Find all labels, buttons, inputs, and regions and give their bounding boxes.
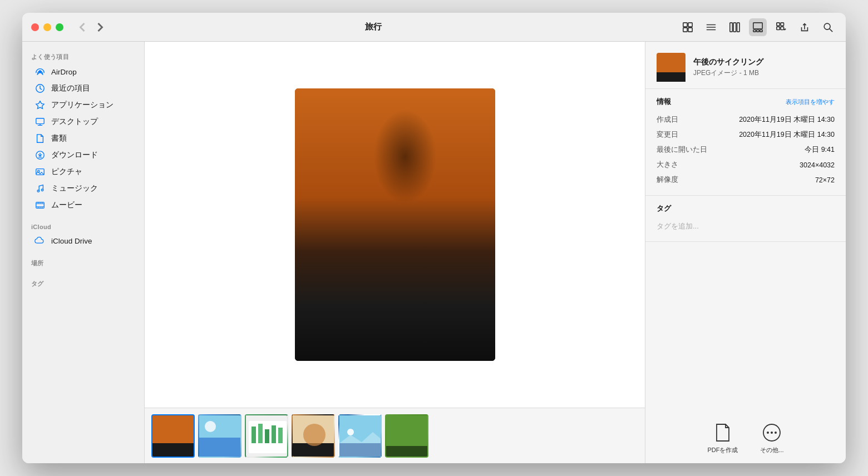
svg-point-60 — [384, 180, 423, 219]
sidebar-item-pictures-label: ピクチャ — [51, 167, 82, 177]
svg-rect-86 — [386, 446, 428, 458]
last-opened-row: 最後に開いた日 今日 9:41 — [657, 142, 835, 157]
sidebar-item-airdrop[interactable]: AirDrop — [26, 63, 141, 80]
more-actions-label: その他... — [760, 446, 783, 454]
svg-rect-2 — [683, 27, 687, 31]
create-pdf-label: PDFを作成 — [707, 446, 738, 454]
svg-point-61 — [428, 180, 467, 219]
close-button[interactable] — [31, 23, 39, 31]
minimize-button[interactable] — [43, 23, 51, 31]
window-title: 旅行 — [68, 22, 679, 32]
sidebar-item-downloads[interactable]: ダウンロード — [26, 147, 141, 163]
created-value: 2020年11月19日 木曜日 14:30 — [739, 115, 835, 125]
movie-icon — [34, 200, 46, 211]
svg-point-62 — [407, 138, 427, 161]
svg-point-65 — [348, 226, 376, 246]
svg-rect-14 — [777, 22, 780, 25]
svg-rect-88 — [657, 72, 685, 82]
svg-rect-1 — [688, 22, 692, 26]
traffic-lights — [31, 23, 63, 31]
svg-rect-68 — [152, 443, 195, 458]
icloud-icon — [34, 235, 46, 246]
more-actions-button[interactable]: その他... — [760, 423, 783, 454]
download-icon — [34, 150, 46, 161]
file-info: 午後のサイクリング JPEGイメージ - 1 MB — [693, 57, 835, 77]
sidebar-item-applications-label: アプリケーション — [51, 100, 114, 110]
main-preview-image — [295, 88, 495, 361]
sidebar-item-pictures[interactable]: ピクチャ — [26, 163, 141, 180]
create-pdf-button[interactable]: PDFを作成 — [707, 423, 738, 454]
music-icon — [34, 183, 46, 194]
thumbnail-1[interactable] — [151, 414, 195, 458]
desktop-icon — [34, 116, 46, 127]
sidebar-item-airdrop-label: AirDrop — [51, 68, 77, 76]
favorites-section-label: よく使う項目 — [22, 48, 144, 63]
svg-rect-10 — [753, 22, 762, 28]
inspector-header: 午後のサイクリング JPEGイメージ - 1 MB — [645, 42, 846, 89]
doc-icon — [34, 133, 46, 144]
thumbnail-4[interactable] — [292, 414, 335, 458]
inspector-panel: 午後のサイクリング JPEGイメージ - 1 MB 情報 表示項目を増やす 作成… — [645, 42, 846, 463]
list-view-button[interactable] — [702, 18, 720, 36]
sidebar-item-icloud-drive-label: iCloud Drive — [51, 237, 92, 245]
svg-rect-3 — [688, 27, 692, 31]
sidebar-item-desktop[interactable]: デスクトップ — [26, 113, 141, 130]
svg-point-91 — [771, 432, 773, 434]
sidebar-item-applications[interactable]: アプリケーション — [26, 97, 141, 113]
sidebar-item-documents[interactable]: 書類 — [26, 130, 141, 147]
created-row: 作成日 2020年11月19日 木曜日 14:30 — [657, 112, 835, 127]
svg-rect-9 — [737, 22, 740, 31]
gallery-view-button[interactable] — [749, 18, 767, 36]
maximize-button[interactable] — [56, 23, 63, 31]
svg-rect-23 — [36, 118, 44, 124]
columns-view-button[interactable] — [726, 18, 743, 36]
svg-rect-16 — [777, 27, 780, 29]
last-opened-label: 最後に開いた日 — [657, 145, 707, 155]
svg-rect-78 — [278, 428, 283, 443]
resolution-label: 解像度 — [657, 175, 678, 185]
tags-section-label: タグ — [22, 275, 144, 290]
tags-section-title: タグ — [657, 204, 671, 214]
sidebar-item-movies-label: ムービー — [51, 200, 82, 210]
tags-section: タグ タグを追加... — [645, 196, 846, 242]
thumbnail-6[interactable] — [385, 414, 428, 458]
file-name: 午後のサイクリング — [693, 57, 835, 67]
info-section: 情報 表示項目を増やす 作成日 2020年11月19日 木曜日 14:30 変更… — [645, 89, 846, 196]
more-icon — [762, 423, 782, 443]
svg-point-90 — [767, 432, 769, 434]
sidebar-item-movies[interactable]: ムービー — [26, 197, 141, 214]
thumbnail-strip — [145, 408, 645, 463]
svg-rect-57 — [295, 322, 495, 324]
app-icon — [34, 100, 46, 111]
more-views-button[interactable] — [772, 18, 790, 36]
content-area: よく使う項目 AirDrop — [22, 42, 846, 463]
thumbnail-3[interactable] — [245, 414, 288, 458]
svg-rect-0 — [683, 22, 687, 26]
airdrop-icon — [34, 66, 46, 77]
titlebar: 旅行 — [22, 13, 846, 42]
svg-rect-8 — [733, 22, 736, 31]
show-more-action[interactable]: 表示項目を増やす — [786, 98, 835, 106]
tags-placeholder[interactable]: タグを追加... — [657, 219, 835, 234]
resolution-value: 72×72 — [815, 176, 835, 184]
modified-value: 2020年11月19日 木曜日 14:30 — [739, 130, 835, 140]
svg-rect-75 — [258, 424, 263, 443]
thumbnail-5[interactable] — [338, 414, 382, 458]
resolution-row: 解像度 72×72 — [657, 172, 835, 187]
thumbnail-2[interactable] — [198, 414, 241, 458]
sidebar-item-music[interactable]: ミュージック — [26, 180, 141, 197]
clock-icon — [34, 83, 46, 94]
sidebar-item-desktop-label: デスクトップ — [51, 117, 98, 127]
grid-view-button[interactable] — [679, 18, 697, 36]
main-area — [145, 42, 645, 463]
svg-point-71 — [205, 421, 216, 432]
preview-container — [145, 42, 645, 408]
share-button[interactable] — [796, 18, 813, 36]
svg-point-31 — [37, 190, 40, 192]
svg-point-64 — [312, 227, 345, 250]
sidebar-item-icloud-drive[interactable]: iCloud Drive — [26, 232, 141, 249]
search-button[interactable] — [819, 18, 837, 36]
last-opened-value: 今日 9:41 — [805, 145, 835, 155]
sidebar-item-recents[interactable]: 最近の項目 — [26, 80, 141, 97]
svg-rect-11 — [753, 29, 756, 32]
